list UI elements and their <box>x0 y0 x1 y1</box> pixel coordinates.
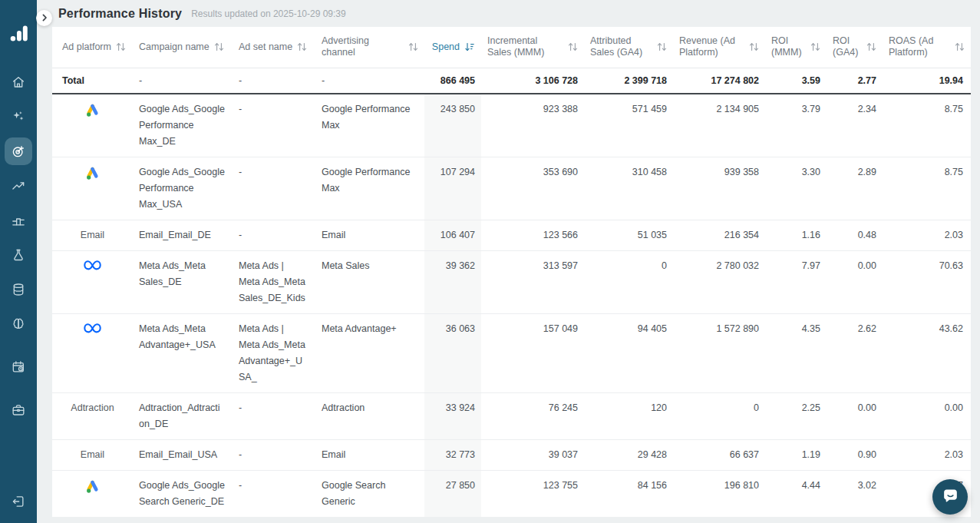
cell-spend: 106 407 <box>424 220 481 250</box>
sort-both-icon <box>408 42 418 51</box>
cell-channel: Email <box>315 220 424 250</box>
cell-attr_sales: 84 156 <box>584 470 673 517</box>
sort-both-icon <box>657 42 667 51</box>
cell-inc_sales: 353 690 <box>481 157 584 220</box>
sidebar-expand-button[interactable] <box>36 10 52 26</box>
cell-channel: Meta Advantage+ <box>315 313 424 392</box>
column-header-attr_sales[interactable]: Attributed Sales (GA4) <box>584 27 673 68</box>
sidebar-item-targets[interactable] <box>5 137 32 165</box>
column-header-spend[interactable]: Spend <box>424 27 481 68</box>
cell-channel: Google Performance Max <box>315 157 424 220</box>
column-header-roi_mmm[interactable]: ROI (MMM) <box>765 27 827 68</box>
brain-icon <box>11 316 26 332</box>
column-header-inc_sales[interactable]: Incremental Sales (MMM) <box>481 27 584 68</box>
performance-table: Ad platformCampaign nameAd set nameAdver… <box>52 27 971 517</box>
column-label: Spend <box>432 41 460 53</box>
cell-attr_sales: 51 035 <box>584 220 673 250</box>
cell-roi_mmm: 4.35 <box>765 313 827 392</box>
cell-roi_mmm: 4.44 <box>765 470 827 517</box>
cell-channel: Adtraction <box>315 392 424 439</box>
table-row: AdtractionAdtraction_Adtraction_DE-Adtra… <box>52 392 971 439</box>
cell-attr_sales: 120 <box>584 392 673 439</box>
column-header-campaign[interactable]: Campaign name <box>133 27 233 68</box>
table-row: Google Ads_Google Performance Max_DE-Goo… <box>52 94 971 157</box>
sidebar-item-data[interactable] <box>5 276 32 303</box>
column-label: ROAS (Ad Platform) <box>889 35 950 58</box>
cell-platform: Email <box>52 220 133 250</box>
app-logo[interactable] <box>6 23 31 46</box>
trending-up-icon <box>11 178 26 194</box>
cell-roi_ga4: 2.89 <box>827 157 883 220</box>
column-header-ad_set[interactable]: Ad set name <box>233 27 315 68</box>
cell-campaign: Google Ads_Google Performance Max_USA <box>133 157 233 220</box>
home-icon <box>11 74 26 90</box>
cell-roi_ga4: 0.48 <box>827 220 883 250</box>
cell-inc_sales: 313 597 <box>481 250 584 313</box>
cell-platform <box>52 94 133 157</box>
flask-icon <box>11 247 26 263</box>
cell-roi_mmm: 1.16 <box>765 220 827 250</box>
meta-icon <box>83 322 102 335</box>
sidebar-item-home[interactable] <box>5 68 32 96</box>
table-row: EmailEmail_Email_USA-Email32 77339 03729… <box>52 439 971 470</box>
column-label: Attributed Sales (GA4) <box>590 35 652 58</box>
cell-inc_sales: 123 755 <box>481 470 584 517</box>
total-cell-inc_sales: 3 106 728 <box>481 68 584 94</box>
cell-campaign: Google Ads_Google Search Generic_DE <box>133 470 233 517</box>
cell-ad_set: - <box>233 157 315 220</box>
topbar: Performance History Results updated on 2… <box>37 0 980 27</box>
cell-roas: 8.75 <box>883 94 971 157</box>
sidebar-item-trends[interactable] <box>5 172 32 200</box>
cell-spend: 243 850 <box>424 94 481 157</box>
cell-channel: Email <box>315 439 424 470</box>
cell-roi_mmm: 1.19 <box>765 439 827 470</box>
cell-platform <box>52 470 133 517</box>
cell-roi_ga4: 3.02 <box>827 470 883 517</box>
sidebar-item-planning[interactable] <box>5 353 32 381</box>
cell-channel: Google Performance Max <box>315 94 424 157</box>
cell-channel: Meta Sales <box>315 250 424 313</box>
table-total-row: Total---866 4953 106 7282 399 71817 274 … <box>52 68 971 94</box>
column-header-platform[interactable]: Ad platform <box>52 27 133 68</box>
sidebar-item-models[interactable] <box>5 310 32 338</box>
column-header-roi_ga4[interactable]: ROI (GA4) <box>827 27 883 68</box>
column-header-revenue[interactable]: Revenue (Ad Platform) <box>673 27 765 68</box>
cell-campaign: Meta Ads_Meta Advantage+_USA <box>133 313 233 392</box>
cell-campaign: Adtraction_Adtraction_DE <box>133 392 233 439</box>
column-label: Advertising channel <box>322 35 404 58</box>
cell-inc_sales: 923 388 <box>481 94 584 157</box>
cell-campaign: Email_Email_USA <box>133 439 233 470</box>
results-updated-text: Results updated on 2025-10-29 09:39 <box>191 8 346 19</box>
total-cell-campaign: - <box>133 68 233 94</box>
cell-inc_sales: 76 245 <box>481 392 584 439</box>
column-header-roas[interactable]: ROAS (Ad Platform) <box>883 27 971 68</box>
sidebar-item-experiments[interactable] <box>5 241 32 269</box>
cell-roi_mmm: 7.97 <box>765 250 827 313</box>
cell-revenue: 216 354 <box>673 220 765 250</box>
cell-roas: 2.03 <box>883 220 971 250</box>
database-icon <box>11 282 26 297</box>
target-icon <box>11 144 26 159</box>
total-cell-spend: 866 495 <box>424 68 481 94</box>
column-label: Ad set name <box>239 41 292 53</box>
sort-desc-icon <box>464 42 475 51</box>
column-label: Revenue (Ad Platform) <box>679 35 744 58</box>
cell-roi_ga4: 0.00 <box>827 392 883 439</box>
cell-roas: 2.03 <box>883 439 971 470</box>
column-header-channel[interactable]: Advertising channel <box>315 27 424 68</box>
meta-icon <box>83 259 102 272</box>
table-row: Google Ads_Google Performance Max_USA-Go… <box>52 157 971 220</box>
sidebar-item-ai-insights[interactable] <box>5 103 32 131</box>
cell-attr_sales: 29 428 <box>584 439 673 470</box>
cell-revenue: 196 810 <box>673 470 765 517</box>
sort-both-icon <box>810 42 820 51</box>
sidebar-item-logout[interactable] <box>5 488 32 515</box>
sort-both-icon <box>297 42 307 51</box>
sidebar-item-reports[interactable] <box>5 207 32 234</box>
sidebar-item-business[interactable] <box>5 396 32 424</box>
cell-roas: 0.00 <box>883 392 971 439</box>
cell-roi_mmm: 2.25 <box>765 392 827 439</box>
cell-revenue: 66 637 <box>673 439 765 470</box>
chat-launcher-button[interactable] <box>932 479 968 515</box>
logout-icon <box>11 494 26 509</box>
